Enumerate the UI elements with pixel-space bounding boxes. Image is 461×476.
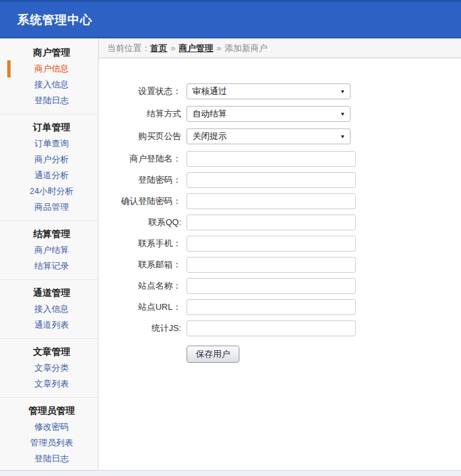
breadcrumb-current: 添加新商户 — [224, 43, 267, 53]
site-name-label: 站点名称： — [99, 280, 181, 292]
form-row-site-name: 站点名称： — [99, 278, 461, 294]
sidebar-section: 文章管理文章分类文章列表 — [0, 338, 98, 397]
sidebar-section: 商户管理商户信息接入信息登陆日志 — [0, 40, 98, 114]
status-select[interactable]: 审核通过▼ — [187, 83, 351, 99]
save-user-button[interactable]: 保存用户 — [187, 346, 239, 363]
stats-js-input[interactable] — [187, 320, 356, 336]
form-row-stats-js: 统计JS: — [99, 320, 461, 336]
form-row-merchant-login-name: 商户登陆名： — [99, 151, 461, 167]
sidebar-section-title: 商户管理 — [0, 44, 98, 61]
buy-page-notice-label: 购买页公告 — [99, 130, 181, 142]
sidebar-item-label: 修改密码 — [34, 422, 69, 432]
login-password-input[interactable] — [187, 172, 356, 188]
sidebar-item-label: 文章列表 — [34, 379, 69, 389]
form-row-buy-page-notice: 购买页公告关闭提示▼ — [99, 128, 461, 144]
sidebar-item-change-password[interactable]: 修改密码 — [0, 419, 98, 435]
form-row-login-password: 登陆密码： — [99, 172, 461, 188]
sidebar-item-label: 商户信息 — [34, 64, 69, 73]
sidebar-item-label: 接入信息 — [34, 304, 69, 314]
breadcrumb-prefix: 当前位置： — [107, 43, 150, 53]
merchant-login-name-input[interactable] — [187, 151, 356, 167]
sidebar: 商户管理商户信息接入信息登陆日志订单管理订单查询商户分析通道分析24小时分析商品… — [0, 38, 99, 470]
content-area: 商户管理商户信息接入信息登陆日志订单管理订单查询商户分析通道分析24小时分析商品… — [0, 38, 461, 470]
breadcrumb-separator: » — [171, 43, 175, 53]
sidebar-item-channel-analysis[interactable]: 通道分析 — [0, 167, 98, 183]
settlement-method-select[interactable]: 自动结算▼ — [187, 106, 351, 122]
page: 系统管理中心 商户管理商户信息接入信息登陆日志订单管理订单查询商户分析通道分析2… — [0, 0, 461, 476]
sidebar-item-channel-access-info[interactable]: 接入信息 — [0, 301, 98, 317]
breadcrumb-link[interactable]: 首页 — [150, 43, 167, 53]
add-merchant-form: 设置状态：审核通过▼结算方式自动结算▼购买页公告关闭提示▼商户登陆名：登陆密码：… — [99, 58, 461, 363]
site-url-label: 站点URL： — [99, 301, 181, 313]
form-row-settlement-method: 结算方式自动结算▼ — [99, 106, 461, 122]
selected-option-label: 审核通过 — [192, 85, 227, 97]
sidebar-item-product-management[interactable]: 商品管理 — [0, 199, 98, 215]
sidebar-item-label: 24小时分析 — [30, 186, 73, 196]
contact-email-input[interactable] — [187, 257, 356, 273]
contact-qq-input[interactable] — [187, 214, 356, 230]
sidebar-item-label: 订单查询 — [34, 138, 69, 148]
confirm-login-password-input[interactable] — [187, 193, 356, 209]
sidebar-section-title: 订单管理 — [0, 119, 98, 136]
sidebar-item-merchant-settlement[interactable]: 商户结算 — [0, 242, 98, 258]
form-row-confirm-login-password: 确认登陆密码： — [99, 193, 461, 209]
breadcrumb-separator: » — [216, 43, 221, 53]
sidebar-item-admin-login-log[interactable]: 登陆日志 — [0, 451, 98, 467]
sidebar-item-order-query[interactable]: 订单查询 — [0, 136, 98, 152]
breadcrumb: 当前位置：首页»商户管理»添加新商户 — [99, 38, 461, 58]
sidebar-item-label: 商户分析 — [34, 154, 69, 164]
status-label: 设置状态： — [99, 85, 181, 97]
sidebar-section-title: 结算管理 — [0, 225, 98, 242]
sidebar-section-title: 文章管理 — [0, 343, 98, 360]
contact-mobile-input[interactable] — [187, 236, 356, 252]
stats-js-label: 统计JS: — [99, 322, 181, 334]
sidebar-item-merchant-analysis[interactable]: 商户分析 — [0, 152, 98, 167]
main-area: 当前位置：首页»商户管理»添加新商户 设置状态：审核通过▼结算方式自动结算▼购买… — [99, 38, 461, 470]
chevron-down-icon: ▼ — [340, 111, 345, 117]
sidebar-item-settlement-records[interactable]: 结算记录 — [0, 258, 98, 274]
breadcrumb-link[interactable]: 商户管理 — [179, 43, 213, 53]
sidebar-item-label: 通道列表 — [34, 320, 69, 330]
chevron-down-icon: ▼ — [340, 89, 345, 95]
contact-mobile-label: 联系手机： — [99, 238, 181, 250]
sidebar-item-label: 文章分类 — [34, 363, 69, 373]
active-indicator-bar — [7, 60, 11, 77]
sidebar-item-login-log[interactable]: 登陆日志 — [0, 93, 98, 109]
sidebar-item-label: 登陆日志 — [34, 453, 69, 463]
buy-page-notice-select[interactable]: 关闭提示▼ — [187, 128, 351, 144]
sidebar-item-label: 商户结算 — [34, 245, 69, 255]
sidebar-item-label: 管理员列表 — [30, 438, 73, 448]
selected-option-label: 关闭提示 — [192, 130, 227, 142]
chevron-down-icon: ▼ — [340, 134, 345, 140]
sidebar-item-access-info[interactable]: 接入信息 — [0, 77, 98, 93]
footer-strip — [0, 470, 461, 476]
contact-email-label: 联系邮箱： — [99, 259, 181, 271]
sidebar-item-label: 登陆日志 — [34, 95, 69, 105]
app-header: 系统管理中心 — [0, 0, 461, 38]
contact-qq-label: 联系QQ: — [99, 216, 181, 228]
sidebar-item-channel-list[interactable]: 通道列表 — [0, 317, 98, 333]
sidebar-item-label: 商品管理 — [34, 202, 69, 212]
confirm-login-password-label: 确认登陆密码： — [99, 195, 181, 207]
sidebar-section: 管理员管理修改密码管理员列表登陆日志 — [0, 397, 98, 472]
sidebar-section-title: 通道管理 — [0, 284, 98, 301]
site-url-input[interactable] — [187, 299, 356, 315]
sidebar-item-admin-list[interactable]: 管理员列表 — [0, 435, 98, 451]
page-title: 系统管理中心 — [17, 12, 93, 28]
sidebar-item-label: 接入信息 — [34, 79, 69, 89]
settlement-method-label: 结算方式 — [99, 108, 181, 120]
sidebar-section: 结算管理商户结算结算记录 — [0, 220, 98, 279]
sidebar-item-label: 结算记录 — [34, 261, 69, 271]
sidebar-item-merchant-info[interactable]: 商户信息 — [0, 61, 98, 77]
selected-option-label: 自动结算 — [192, 108, 227, 120]
sidebar-item-24h-analysis[interactable]: 24小时分析 — [0, 183, 98, 199]
form-row-contact-email: 联系邮箱： — [99, 257, 461, 273]
site-name-input[interactable] — [187, 278, 356, 294]
form-row-contact-qq: 联系QQ: — [99, 214, 461, 230]
sidebar-item-article-categories[interactable]: 文章分类 — [0, 360, 98, 376]
sidebar-item-article-list[interactable]: 文章列表 — [0, 376, 98, 392]
form-row-contact-mobile: 联系手机： — [99, 236, 461, 252]
sidebar-section: 通道管理接入信息通道列表 — [0, 279, 98, 338]
form-rows: 设置状态：审核通过▼结算方式自动结算▼购买页公告关闭提示▼商户登陆名：登陆密码：… — [99, 83, 461, 336]
form-row-status: 设置状态：审核通过▼ — [99, 83, 461, 99]
